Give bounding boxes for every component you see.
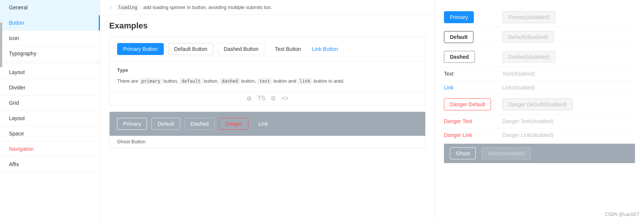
rp-row-default: Default Default(disabled): [444, 27, 635, 47]
rp-col2-danger-default: Danger Default(disabled): [502, 98, 635, 110]
examples-title: Examples: [109, 21, 426, 31]
scrollbar-thumb[interactable]: [0, 22, 2, 67]
rp-col2-dashed: Dashed(disabled): [502, 51, 635, 63]
gear-icon[interactable]: ⚙: [246, 95, 252, 102]
tab-text-button[interactable]: Text Button: [269, 43, 307, 55]
rp-danger-default-button[interactable]: Danger Default: [444, 98, 491, 110]
rp-dashed-button[interactable]: Dashed: [444, 51, 475, 63]
demo-card-footer: ⚙ TS ⧉ <>: [110, 92, 425, 105]
sidebar-item-divider[interactable]: Divider: [0, 80, 100, 95]
sidebar-item-grid[interactable]: Grid: [0, 95, 100, 111]
rp-danger-text-label[interactable]: Danger Text: [444, 118, 472, 124]
rp-text-disabled-label: Text(disabled): [502, 71, 535, 77]
rp-col1-default: Default: [444, 31, 496, 43]
demo-card-types: Primary Button Default Button Dashed But…: [109, 37, 426, 106]
ghost-button-label: Ghost Button: [110, 136, 425, 147]
sidebar-item-typography[interactable]: Typography: [0, 46, 100, 61]
rp-default-disabled-button: Default(disabled): [502, 31, 554, 43]
rp-col2-link: Link(disabled): [502, 85, 635, 91]
rp-link-label[interactable]: Link: [444, 85, 454, 91]
sidebar-item-button[interactable]: Button: [0, 15, 100, 31]
main-content: ○ loading : add loading spinner in butto…: [100, 0, 435, 220]
demo-card-dark: Primary Default Dashed Danger Link Ghost…: [109, 111, 426, 148]
sidebar-item-affix[interactable]: Affix: [0, 157, 100, 172]
ts-icon[interactable]: TS: [258, 95, 265, 102]
rp-text-label[interactable]: Text: [444, 71, 454, 77]
sidebar-item-general[interactable]: General: [0, 0, 100, 15]
rp-ghost-button[interactable]: Ghost: [450, 147, 476, 159]
tab-primary-button[interactable]: Primary Button: [117, 43, 164, 55]
ghost-primary-button[interactable]: Primary: [117, 118, 147, 130]
rp-col2-default: Default(disabled): [502, 31, 635, 43]
examples-section: Examples Primary Button Default Button D…: [100, 15, 435, 160]
sidebar-item-space[interactable]: Space: [0, 126, 100, 141]
ghost-link-button[interactable]: Link: [253, 118, 274, 130]
demo-card-dark-body: Primary Default Dashed Danger Link: [110, 112, 425, 136]
rp-col2-primary: Primary(disabled): [502, 11, 635, 23]
sidebar-item-navigation[interactable]: Navigation: [0, 141, 100, 157]
rp-danger-text-disabled-label: Danger Text(disabled): [502, 118, 553, 124]
rp-default-button[interactable]: Default: [444, 31, 473, 43]
rp-col1-danger-link: Danger Link: [444, 132, 496, 138]
rp-dashed-disabled-button: Dashed(disabled): [502, 51, 555, 63]
rp-danger-link-disabled-label: Danger Link(disabled): [502, 132, 553, 138]
sidebar-item-icon[interactable]: Icon: [0, 31, 100, 46]
type-label: Type: [117, 67, 418, 73]
right-panel: Primary Primary(disabled) Default Defaul…: [435, 0, 644, 220]
rp-ghost-row: Ghost Ghost(disabled): [444, 144, 635, 163]
rp-col1-danger-default: Danger Default: [444, 98, 496, 110]
loading-code: loading: [116, 4, 139, 10]
demo-card-header: Primary Button Default Button Dashed But…: [110, 37, 425, 61]
top-note-text: : add loading spinner in button, avoidin…: [141, 4, 272, 10]
rp-danger-default-disabled-button: Danger Default(disabled): [502, 98, 573, 110]
rp-link-disabled-label: Link(disabled): [502, 85, 535, 91]
bullet-icon: ○: [109, 4, 112, 10]
rp-danger-link-label[interactable]: Danger Link: [444, 132, 472, 138]
rp-col1-danger-text: Danger Text: [444, 118, 496, 124]
rp-row-danger-link: Danger Link Danger Link(disabled): [444, 128, 635, 142]
rp-ghost-disabled-button: Ghost(disabled): [482, 147, 531, 159]
rp-col1-dashed: Dashed: [444, 51, 496, 63]
type-desc: There are primary button, default button…: [117, 77, 418, 86]
copy-icon[interactable]: ⧉: [271, 95, 275, 102]
rp-row-text: Text Text(disabled): [444, 67, 635, 81]
code-icon[interactable]: <>: [281, 95, 288, 102]
watermark: CSDN @LauSET: [605, 212, 640, 217]
sidebar-item-layout-header[interactable]: Layout: [0, 65, 100, 80]
rp-col2-danger-link: Danger Link(disabled): [502, 132, 635, 138]
rp-row-danger-text: Danger Text Danger Text(disabled): [444, 114, 635, 128]
ghost-default-button[interactable]: Default: [151, 118, 180, 130]
rp-primary-button[interactable]: Primary: [444, 11, 474, 23]
tab-default-button[interactable]: Default Button: [168, 43, 214, 55]
rp-row-danger-default: Danger Default Danger Default(disabled): [444, 95, 635, 114]
tab-dashed-button[interactable]: Dashed Button: [218, 43, 264, 55]
rp-primary-disabled-button: Primary(disabled): [502, 11, 555, 23]
rp-row-dashed: Dashed Dashed(disabled): [444, 47, 635, 67]
rp-col2-text: Text(disabled): [502, 71, 635, 77]
rp-col1-text: Text: [444, 71, 496, 77]
rp-col2-danger-text: Danger Text(disabled): [502, 118, 635, 124]
rp-row-primary: Primary Primary(disabled): [444, 7, 635, 27]
rp-col1-primary: Primary: [444, 11, 496, 23]
tab-link-button[interactable]: Link Button: [312, 43, 338, 55]
rp-col1-link: Link: [444, 85, 496, 91]
ghost-dashed-button[interactable]: Dashed: [185, 118, 215, 130]
ghost-danger-button[interactable]: Danger: [219, 118, 248, 130]
top-note: ○ loading : add loading spinner in butto…: [100, 0, 435, 15]
sidebar-item-layout[interactable]: Layout: [0, 111, 100, 126]
rp-row-link: Link Link(disabled): [444, 81, 635, 95]
sidebar: General Button Icon Typography Layout Di…: [0, 0, 100, 220]
demo-card-body: Type There are primary button, default b…: [110, 61, 425, 92]
